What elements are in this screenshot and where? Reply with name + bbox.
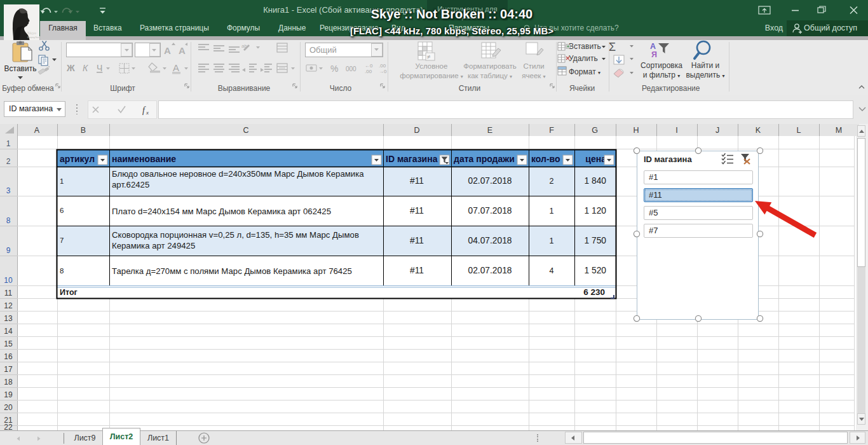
svg-text:J: J bbox=[715, 126, 719, 135]
svg-text:Σ: Σ bbox=[609, 41, 616, 53]
svg-text:8: 8 bbox=[60, 267, 64, 275]
svg-text:Плато d=240x154 мм Марс Дымов: Плато d=240x154 мм Марс Дымов Керамика а… bbox=[112, 207, 331, 216]
svg-text:#11: #11 bbox=[410, 206, 424, 216]
svg-text:A: A bbox=[34, 126, 40, 135]
svg-text:1: 1 bbox=[550, 236, 554, 245]
svg-text:10: 10 bbox=[4, 276, 13, 285]
svg-text:9: 9 bbox=[6, 246, 11, 255]
svg-text:#11: #11 bbox=[410, 176, 424, 186]
svg-text:≠: ≠ bbox=[427, 53, 431, 60]
svg-text:ID магазина: ID магазина bbox=[386, 154, 438, 164]
svg-text:02.07.2018: 02.07.2018 bbox=[468, 266, 512, 275]
svg-text:1 120: 1 120 bbox=[584, 206, 606, 216]
svg-text:17: 17 bbox=[4, 365, 13, 374]
svg-text:#11: #11 bbox=[410, 236, 424, 245]
svg-text:дата продажи: дата продажи bbox=[454, 154, 515, 164]
svg-text:12: 12 bbox=[4, 301, 13, 310]
svg-text:14: 14 bbox=[4, 327, 13, 336]
svg-text:M: M bbox=[836, 126, 842, 135]
svg-text:H: H bbox=[633, 126, 639, 135]
svg-text:D: D bbox=[414, 126, 419, 135]
svg-text:L: L bbox=[797, 126, 801, 135]
svg-text:→0: →0 bbox=[379, 69, 387, 74]
svg-text:наименование: наименование bbox=[112, 154, 176, 164]
svg-text:16: 16 bbox=[4, 352, 13, 361]
svg-text:x: x bbox=[146, 109, 149, 116]
svg-text:4: 4 bbox=[550, 266, 554, 275]
svg-text:.00: .00 bbox=[365, 69, 372, 74]
svg-text:арт.62425: арт.62425 bbox=[112, 180, 149, 189]
svg-text:%: % bbox=[330, 64, 338, 74]
svg-text:11: 11 bbox=[4, 289, 13, 298]
svg-text:Я: Я bbox=[651, 50, 657, 59]
svg-text:кол-во: кол-во bbox=[531, 154, 560, 164]
svg-text:1: 1 bbox=[60, 177, 64, 185]
svg-text:Сковородка порционная v=0,25 л: Сковородка порционная v=0,25 л, d=135, h… bbox=[112, 230, 359, 240]
svg-text:ab: ab bbox=[241, 43, 247, 49]
svg-text:19: 19 bbox=[4, 390, 13, 399]
svg-text:02.07.2018: 02.07.2018 bbox=[468, 176, 512, 186]
svg-text:E: E bbox=[487, 126, 492, 135]
svg-text:Керамика арт 249425: Керамика арт 249425 bbox=[112, 241, 195, 250]
svg-text:.00: .00 bbox=[379, 63, 386, 69]
svg-text:1 520: 1 520 bbox=[584, 266, 606, 275]
svg-text:C: C bbox=[243, 126, 248, 135]
svg-text:000: 000 bbox=[346, 65, 356, 72]
svg-text:артикул: артикул bbox=[60, 154, 95, 164]
svg-text:3: 3 bbox=[6, 186, 11, 195]
svg-text:Ж: Ж bbox=[66, 63, 75, 73]
svg-text:04.07.2018: 04.07.2018 bbox=[468, 236, 512, 245]
svg-text:22: 22 bbox=[4, 423, 13, 430]
svg-text:Ч: Ч bbox=[97, 63, 102, 73]
svg-text:Keeping Secrets: Keeping Secrets bbox=[27, 36, 39, 39]
svg-text:13: 13 bbox=[4, 314, 13, 323]
svg-text:1 840: 1 840 bbox=[584, 176, 606, 186]
svg-text:A: A bbox=[164, 45, 171, 56]
svg-text:2: 2 bbox=[6, 157, 11, 166]
svg-text:F: F bbox=[549, 126, 554, 135]
svg-text:К: К bbox=[83, 63, 88, 73]
svg-text:1 750: 1 750 bbox=[584, 236, 606, 245]
svg-text:20: 20 bbox=[4, 403, 13, 412]
svg-text:G: G bbox=[592, 126, 598, 135]
svg-text:1: 1 bbox=[6, 139, 11, 148]
svg-text:цена: цена bbox=[585, 154, 606, 164]
svg-text:8: 8 bbox=[6, 216, 11, 225]
svg-text:6 230: 6 230 bbox=[583, 287, 605, 297]
svg-text:Общий: Общий bbox=[309, 45, 337, 55]
svg-text:A: A bbox=[173, 62, 179, 73]
svg-text:Итог: Итог bbox=[60, 288, 78, 297]
svg-text:1: 1 bbox=[550, 207, 554, 216]
svg-text:А: А bbox=[650, 42, 656, 51]
svg-text:I: I bbox=[675, 126, 677, 135]
svg-text:15: 15 bbox=[4, 339, 13, 348]
svg-text:#11: #11 bbox=[410, 266, 424, 275]
svg-text:K: K bbox=[756, 126, 761, 135]
svg-text:07.07.2018: 07.07.2018 bbox=[468, 206, 512, 216]
svg-text:18: 18 bbox=[4, 378, 13, 387]
svg-text:←0: ←0 bbox=[365, 63, 373, 69]
svg-text:6: 6 bbox=[60, 207, 64, 214]
svg-text:B: B bbox=[81, 126, 86, 135]
svg-text:Тарелка д=270мм с полями Марс: Тарелка д=270мм с полями Марс Дымов Кера… bbox=[112, 266, 352, 276]
svg-text:A: A bbox=[179, 45, 186, 56]
svg-text:Блюдо овальное неровное d=240x: Блюдо овальное неровное d=240x350мм Марс… bbox=[112, 169, 364, 179]
svg-text:2: 2 bbox=[550, 177, 554, 186]
svg-text:7: 7 bbox=[60, 236, 64, 244]
